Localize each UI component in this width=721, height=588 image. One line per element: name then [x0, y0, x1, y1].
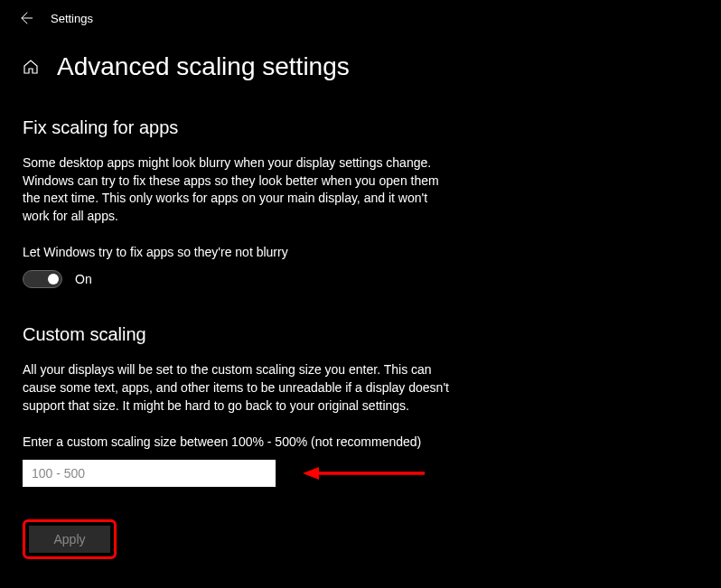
apply-button[interactable]: Apply [29, 526, 110, 553]
toggle-state-text: On [75, 272, 92, 286]
back-icon[interactable] [18, 11, 33, 25]
home-icon[interactable] [23, 59, 39, 75]
page-title: Advanced scaling settings [57, 52, 350, 81]
header-title: Settings [51, 12, 93, 25]
toggle-label: Let Windows try to fix apps so they're n… [23, 245, 698, 259]
custom-scaling-input[interactable] [23, 460, 276, 487]
svg-marker-1 [303, 467, 319, 480]
arrow-annotation [303, 464, 429, 482]
section-custom-scaling-title: Custom scaling [23, 324, 698, 345]
apply-button-highlight: Apply [23, 519, 117, 559]
custom-scaling-input-label: Enter a custom scaling size between 100%… [23, 434, 698, 449]
section-custom-scaling-description: All your displays will be set to the cus… [23, 361, 456, 415]
fix-scaling-toggle[interactable] [23, 270, 62, 288]
section-fix-scaling-title: Fix scaling for apps [23, 117, 698, 138]
section-fix-scaling-description: Some desktop apps might look blurry when… [23, 154, 456, 225]
